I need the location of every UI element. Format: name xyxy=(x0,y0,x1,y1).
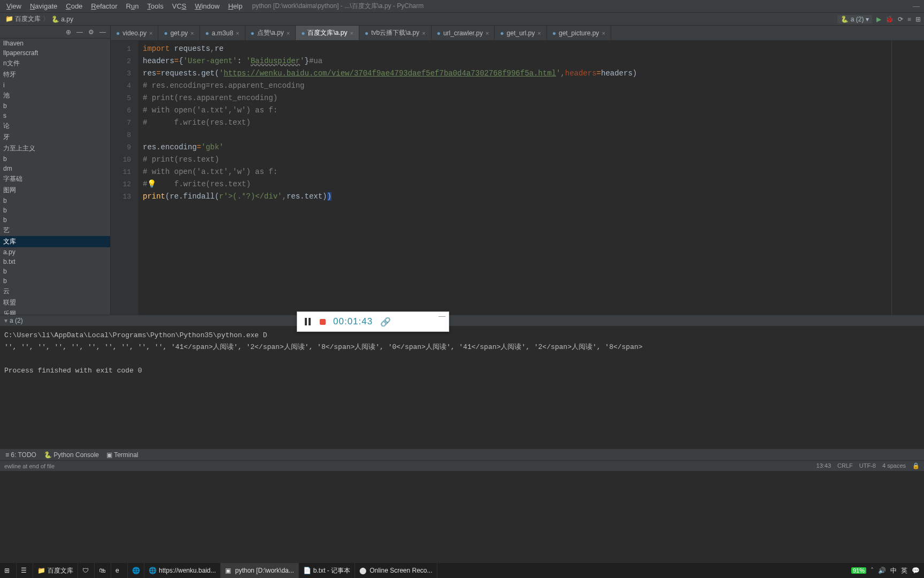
taskbar-item[interactable]: ☰ xyxy=(17,563,33,578)
close-tab-icon[interactable]: × xyxy=(236,30,239,36)
tree-item[interactable]: b xyxy=(0,215,110,225)
editor-tab[interactable]: ●点赞\a.py× xyxy=(245,26,296,40)
gear-icon[interactable]: ⚙ xyxy=(88,28,94,36)
tray-chevron-up-icon[interactable]: ˄ xyxy=(871,567,874,574)
menu-view[interactable]: VViewiew xyxy=(2,1,26,11)
close-tab-icon[interactable]: × xyxy=(287,30,290,36)
taskbar-item[interactable]: ▣python [D:\work\da... xyxy=(221,563,299,578)
breadcrumb-folder[interactable]: 📁 百度文库 xyxy=(3,14,43,24)
tree-item[interactable]: a.py xyxy=(0,247,110,257)
tree-item[interactable]: 特牙 xyxy=(0,69,110,80)
tree-item[interactable]: b xyxy=(0,267,110,276)
run-button-icon[interactable]: ▶ xyxy=(876,16,881,23)
tree-item[interactable]: 艺 xyxy=(0,225,110,236)
run-with-coverage-icon[interactable]: ⟳ xyxy=(898,16,903,23)
console-output[interactable]: C:\Users\li\AppData\Local\Programs\Pytho… xyxy=(0,326,924,448)
menu-vcs[interactable]: VCS xyxy=(168,1,191,11)
stop-record-button[interactable] xyxy=(320,319,326,325)
screen-recorder-widget[interactable]: 00:01:43 🔗 — xyxy=(297,311,449,332)
menu-navigate[interactable]: Navigate xyxy=(26,1,61,11)
run-configuration-dropdown[interactable]: 🐍 a (2) ▾ xyxy=(837,15,872,24)
menu-refactor[interactable]: Refactor xyxy=(87,1,121,11)
locate-icon[interactable]: ⊕ xyxy=(66,28,71,36)
link-icon[interactable]: 🔗 xyxy=(380,317,391,327)
taskbar-item[interactable]: 🛡 xyxy=(78,563,95,578)
run-tool-header[interactable]: ▾ a (2) xyxy=(0,315,924,326)
taskbar-item[interactable]: ⊞ xyxy=(0,563,17,578)
taskbar-item[interactable]: 🛍 xyxy=(95,563,111,578)
tree-item[interactable]: 力至上主义 xyxy=(0,143,110,154)
tree-item[interactable]: 乐网 xyxy=(0,308,110,315)
tree-item[interactable]: 图网 xyxy=(0,185,110,196)
tree-item[interactable]: 文库 xyxy=(0,236,110,247)
menu-tools[interactable]: Tools xyxy=(143,1,167,11)
tree-item[interactable]: b xyxy=(0,196,110,206)
editor-tab[interactable]: ●get.py× xyxy=(158,26,199,40)
debug-button-icon[interactable]: 🐞 xyxy=(886,16,894,23)
editor-tab[interactable]: ●百度文库\a.py× xyxy=(296,26,359,40)
project-tree[interactable]: llhavenllpaperscraftn文件特牙i池bs论牙力至上主义bdm字… xyxy=(0,39,110,315)
window-minimize[interactable]: — xyxy=(913,2,922,10)
ime-indicator-2[interactable]: 英 xyxy=(901,566,907,575)
tool-python-console[interactable]: 🐍 Python Console xyxy=(44,451,99,459)
close-tab-icon[interactable]: × xyxy=(422,30,425,36)
tree-item[interactable]: b xyxy=(0,276,110,286)
tree-item[interactable]: 联盟 xyxy=(0,297,110,308)
minimize-recorder[interactable]: — xyxy=(438,312,445,320)
lock-icon[interactable]: 🔒 xyxy=(912,462,920,469)
taskbar-item[interactable]: e xyxy=(111,563,128,578)
menu-run[interactable]: Run xyxy=(122,1,143,11)
menu-help[interactable]: Help xyxy=(224,1,247,11)
tree-item[interactable]: 字基础 xyxy=(0,173,110,185)
notification-icon[interactable]: 💬 xyxy=(912,567,920,574)
breadcrumb-file[interactable]: 🐍a.py xyxy=(49,16,75,23)
tree-item[interactable]: 池 xyxy=(0,90,110,101)
tree-item[interactable]: llpaperscraft xyxy=(0,48,110,58)
editor-tab[interactable]: ●url_crawler.py× xyxy=(432,26,495,40)
encoding[interactable]: UTF-8 xyxy=(859,462,876,469)
stop-button-icon[interactable]: ■ xyxy=(907,16,911,23)
taskbar-item[interactable]: 🌐 xyxy=(128,563,144,578)
tray-audio-icon[interactable]: 🔊 xyxy=(878,567,886,574)
menu-window[interactable]: Window xyxy=(190,1,224,11)
pause-button[interactable] xyxy=(305,318,312,325)
tool-todo[interactable]: ≡ 6: TODO xyxy=(5,451,36,459)
tool-terminal[interactable]: ▣ Terminal xyxy=(106,451,138,459)
taskbar-item[interactable]: ⬤Online Screen Reco... xyxy=(355,563,437,578)
code-area[interactable]: import requests,re headers={'User-agent'… xyxy=(138,41,924,315)
editor-tab[interactable]: ●get_url.py× xyxy=(495,26,546,40)
close-tab-icon[interactable]: × xyxy=(190,30,194,36)
taskbar-item[interactable]: 🌐https://wenku.baid... xyxy=(144,563,221,578)
cursor-position[interactable]: 13:43 xyxy=(817,462,831,469)
tree-item[interactable]: n文件 xyxy=(0,58,110,69)
tree-item[interactable]: b.txt xyxy=(0,257,110,267)
tree-item[interactable]: 云 xyxy=(0,286,110,297)
close-tab-icon[interactable]: × xyxy=(537,30,541,36)
tree-item[interactable]: b xyxy=(0,101,110,111)
indent[interactable]: 4 spaces xyxy=(882,462,906,469)
editor-tab[interactable]: ●a.m3u8× xyxy=(200,26,245,40)
tree-item[interactable]: 牙 xyxy=(0,132,110,143)
taskbar-item[interactable]: 📄b.txt - 记事本 xyxy=(299,563,355,578)
tree-item[interactable]: llhaven xyxy=(0,39,110,48)
editor-tab[interactable]: ●get_picture.py× xyxy=(547,26,611,40)
tree-item[interactable]: s xyxy=(0,111,110,120)
tree-item[interactable]: b xyxy=(0,206,110,215)
editor-tab[interactable]: ●video.py× xyxy=(111,26,158,40)
collapse-icon[interactable]: — xyxy=(76,28,83,36)
battery-indicator[interactable]: 91% xyxy=(851,567,866,574)
close-tab-icon[interactable]: × xyxy=(350,30,353,36)
tree-item[interactable]: i xyxy=(0,80,110,90)
search-everywhere-icon[interactable]: ⊞ xyxy=(915,16,921,23)
close-tab-icon[interactable]: × xyxy=(149,30,152,36)
taskbar-item[interactable]: 📁百度文库 xyxy=(33,563,78,578)
tree-item[interactable]: b xyxy=(0,154,110,164)
close-tab-icon[interactable]: × xyxy=(486,30,489,36)
line-ending[interactable]: CRLF xyxy=(837,462,853,469)
tree-item[interactable]: dm xyxy=(0,164,110,173)
menu-code[interactable]: Code xyxy=(61,1,87,11)
close-tab-icon[interactable]: × xyxy=(602,30,605,36)
ime-indicator-1[interactable]: 中 xyxy=(890,566,897,575)
tree-item[interactable]: 论 xyxy=(0,120,110,132)
editor-tab[interactable]: ●tvb云播下载\a.py× xyxy=(359,26,432,40)
